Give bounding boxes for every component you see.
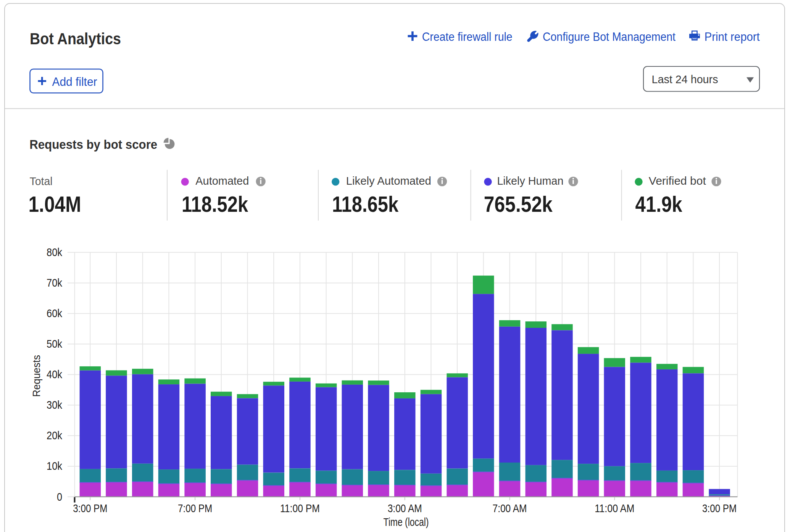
svg-text:0: 0 — [57, 490, 62, 503]
svg-text:1.04M: 1.04M — [29, 192, 81, 216]
svg-text:Requests: Requests — [31, 355, 42, 397]
svg-text:50k: 50k — [47, 337, 63, 350]
svg-text:Last 24 hours: Last 24 hours — [652, 73, 718, 85]
svg-text:7:00 AM: 7:00 AM — [493, 502, 527, 514]
svg-text:Bot Analytics: Bot Analytics — [30, 29, 121, 48]
svg-text:Likely Automated: Likely Automated — [346, 175, 431, 187]
svg-text:3:00 AM: 3:00 AM — [388, 502, 422, 514]
svg-text:Create firewall rule: Create firewall rule — [422, 30, 513, 44]
svg-text:118.52k: 118.52k — [182, 192, 248, 216]
svg-text:7:00 PM: 7:00 PM — [178, 502, 212, 514]
svg-text:Total: Total — [30, 175, 53, 187]
svg-text:40k: 40k — [47, 368, 63, 380]
svg-text:765.52k: 765.52k — [484, 192, 553, 216]
svg-text:Requests by bot score: Requests by bot score — [29, 137, 157, 152]
svg-text:11:00 AM: 11:00 AM — [595, 502, 634, 514]
svg-text:11:00 PM: 11:00 PM — [280, 502, 320, 514]
svg-text:3:00 PM: 3:00 PM — [73, 502, 107, 514]
svg-text:118.65k: 118.65k — [332, 192, 399, 216]
svg-text:20k: 20k — [47, 429, 63, 442]
svg-text:Verified bot: Verified bot — [649, 175, 706, 187]
svg-text:Time (local): Time (local) — [384, 516, 429, 528]
svg-text:10k: 10k — [47, 459, 63, 472]
svg-text:41.9k: 41.9k — [635, 192, 683, 216]
svg-text:80k: 80k — [47, 246, 63, 258]
svg-text:Automated: Automated — [195, 175, 249, 187]
svg-text:3:00 PM: 3:00 PM — [702, 502, 737, 514]
svg-text:60k: 60k — [47, 307, 63, 319]
svg-text:Print report: Print report — [705, 30, 760, 44]
svg-text:30k: 30k — [47, 398, 63, 411]
svg-text:Add filter: Add filter — [52, 75, 97, 89]
svg-text:Likely Human: Likely Human — [497, 175, 563, 187]
svg-text:Configure Bot Management: Configure Bot Management — [543, 30, 676, 44]
svg-text:70k: 70k — [47, 276, 63, 289]
